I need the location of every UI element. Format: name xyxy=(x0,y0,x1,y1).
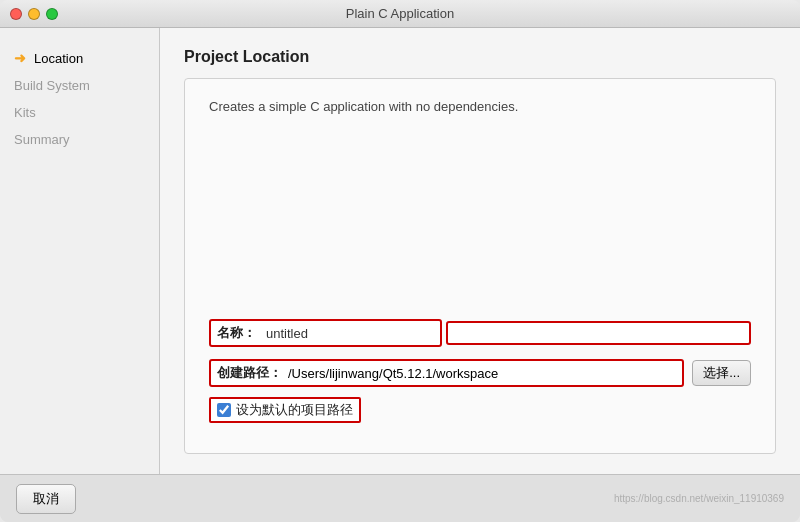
path-input[interactable] xyxy=(288,366,676,381)
sidebar-item-label-build-system: Build System xyxy=(14,78,90,93)
bottom-bar: 取消 https://blog.csdn.net/weixin_11910369 xyxy=(0,474,800,522)
checkbox-row: 设为默认的项目路径 xyxy=(209,397,751,423)
path-field-group: 创建路径： xyxy=(209,359,684,387)
content-panel: Creates a simple C application with no d… xyxy=(184,78,776,454)
close-button[interactable] xyxy=(10,8,22,20)
sidebar-item-build-system[interactable]: Build System xyxy=(0,72,159,99)
path-row: 创建路径： 选择... xyxy=(209,359,751,387)
sidebar: ➜ Location Build System Kits Summary xyxy=(0,28,160,474)
description-text: Creates a simple C application with no d… xyxy=(209,99,751,114)
checkbox-group: 设为默认的项目路径 xyxy=(209,397,361,423)
checkbox-label: 设为默认的项目路径 xyxy=(236,401,353,419)
watermark-text: https://blog.csdn.net/weixin_11910369 xyxy=(614,493,784,504)
sidebar-item-location[interactable]: ➜ Location xyxy=(0,44,159,72)
arrow-icon: ➜ xyxy=(14,50,26,66)
name-field-group: 名称： xyxy=(209,319,442,347)
name-input[interactable] xyxy=(266,326,434,341)
path-label: 创建路径： xyxy=(217,364,282,382)
sidebar-item-label-summary: Summary xyxy=(14,132,70,147)
window-title: Plain C Application xyxy=(346,6,454,21)
sidebar-item-summary[interactable]: Summary xyxy=(0,126,159,153)
default-path-checkbox[interactable] xyxy=(217,403,231,417)
name-label: 名称： xyxy=(217,324,256,342)
main-layout: ➜ Location Build System Kits Summary Pro… xyxy=(0,28,800,474)
choose-button[interactable]: 选择... xyxy=(692,360,751,386)
window-controls xyxy=(10,8,58,20)
form-section: 名称： 创建路径： 选择... xyxy=(209,154,751,433)
titlebar: Plain C Application xyxy=(0,0,800,28)
maximize-button[interactable] xyxy=(46,8,58,20)
minimize-button[interactable] xyxy=(28,8,40,20)
content-area: Project Location Creates a simple C appl… xyxy=(160,28,800,474)
sidebar-item-kits[interactable]: Kits xyxy=(0,99,159,126)
cancel-button[interactable]: 取消 xyxy=(16,484,76,514)
section-title: Project Location xyxy=(184,48,776,66)
name-input-right xyxy=(446,321,751,345)
sidebar-item-label-location: Location xyxy=(34,51,83,66)
name-row: 名称： xyxy=(209,319,751,347)
sidebar-item-label-kits: Kits xyxy=(14,105,36,120)
